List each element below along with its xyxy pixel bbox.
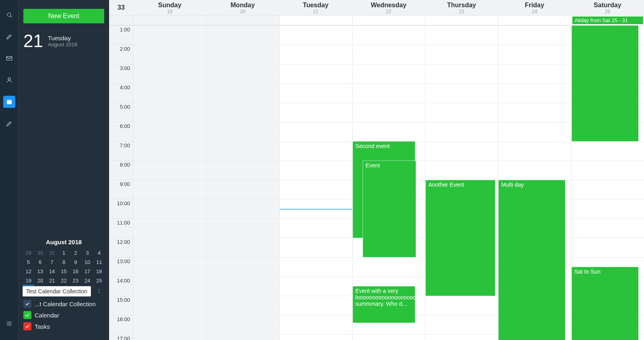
current-month-year: August 2018 xyxy=(48,41,77,47)
calendar-label: ...t Calendar Collection xyxy=(35,301,96,307)
mini-calendar-day[interactable]: 14 xyxy=(46,267,58,276)
checkbox-icon[interactable] xyxy=(23,311,31,319)
allday-cell[interactable] xyxy=(498,16,571,25)
sidebar: New Event 21 Tuesday August 2018 August … xyxy=(19,0,109,340)
calendar-item[interactable]: Calendar xyxy=(23,309,105,321)
edit-icon[interactable] xyxy=(3,31,15,43)
day-column[interactable] xyxy=(279,25,352,340)
calendar-icon[interactable] xyxy=(3,96,15,108)
mini-calendar-day[interactable]: 20 xyxy=(34,276,46,286)
mini-calendar-day[interactable]: 7 xyxy=(46,258,58,266)
calendar-event[interactable]: Sat to Sun xyxy=(572,267,638,340)
week-grid-scroll[interactable]: 1:002:003:004:005:006:007:008:009:0010:0… xyxy=(109,25,644,340)
mini-calendar-day[interactable]: 25 xyxy=(93,276,105,286)
mini-calendar-day[interactable]: 10 xyxy=(81,258,93,266)
checkbox-icon[interactable] xyxy=(23,322,31,330)
allday-event[interactable]: Allday from Sat 25 - 31 xyxy=(572,16,643,24)
svg-rect-1 xyxy=(6,57,12,60)
day-header[interactable]: Monday20 xyxy=(206,0,279,15)
mini-calendar-day[interactable]: 2 xyxy=(70,249,81,257)
mini-calendar-day[interactable]: 9 xyxy=(70,258,81,266)
mini-calendar-day[interactable]: 17 xyxy=(81,267,93,276)
checkbox-icon[interactable] xyxy=(23,300,31,308)
mini-calendar-day[interactable]: 8 xyxy=(58,258,70,266)
week-number: 33 xyxy=(109,0,133,15)
mini-calendar-day[interactable]: 29 xyxy=(23,249,34,257)
calendar-label: Calendar xyxy=(35,312,59,319)
day-header[interactable]: Tuesday21 xyxy=(279,0,352,15)
calendar-event[interactable]: Event xyxy=(363,161,416,257)
calendar-tooltip: Test Calendar Collection xyxy=(23,286,91,297)
day-header[interactable]: Sunday19 xyxy=(133,0,206,15)
new-event-button[interactable]: New Event xyxy=(23,9,104,23)
time-label: 5:00 xyxy=(109,103,133,122)
calendar-item[interactable]: Tasks xyxy=(23,321,105,332)
allday-cell[interactable] xyxy=(206,16,279,25)
time-label: 15:00 xyxy=(109,296,133,315)
mini-calendar-day[interactable]: 31 xyxy=(46,249,58,257)
day-header[interactable]: Friday24 xyxy=(498,0,571,15)
time-label: 2:00 xyxy=(109,45,133,64)
mini-calendar-day[interactable]: 15 xyxy=(58,267,70,276)
svg-rect-4 xyxy=(7,100,12,101)
time-label: 16:00 xyxy=(109,315,133,334)
day-header[interactable]: Thursday23 xyxy=(425,0,498,15)
time-label: 13:00 xyxy=(109,257,133,276)
week-header: 33 Sunday19Monday20Tuesday21Wednesday22T… xyxy=(109,0,644,16)
mini-calendar-day[interactable]: 21 xyxy=(46,276,58,286)
calendar-event[interactable]: Event with a very looooooooooooooooooooo… xyxy=(353,286,415,323)
day-column[interactable]: Second eventEventEvent with a very loooo… xyxy=(352,25,425,340)
mini-calendar-day[interactable]: 12 xyxy=(23,267,34,276)
mini-calendar-day[interactable]: 1 xyxy=(58,249,70,257)
current-weekday: Tuesday xyxy=(48,35,77,41)
mini-calendar-day[interactable]: 4 xyxy=(93,249,105,257)
time-label: 12:00 xyxy=(109,238,133,257)
allday-cell[interactable] xyxy=(425,16,498,25)
allday-cell[interactable] xyxy=(352,16,425,25)
menu-icon[interactable] xyxy=(3,317,15,330)
day-column[interactable] xyxy=(206,25,279,340)
allday-cell[interactable] xyxy=(279,16,352,25)
current-day-number: 21 xyxy=(23,32,43,50)
calendar-event[interactable]: Another Event xyxy=(425,180,495,296)
mini-calendar-day[interactable]: 16 xyxy=(70,267,81,276)
day-column[interactable]: Another Event xyxy=(425,25,498,340)
mini-calendar-day[interactable]: 19 xyxy=(23,276,34,286)
time-label: 8:00 xyxy=(109,161,133,180)
mini-calendar-day[interactable]: 23 xyxy=(70,276,81,286)
mini-calendar-day[interactable]: 3 xyxy=(81,249,93,257)
day-header[interactable]: Wednesday22 xyxy=(352,0,425,15)
allday-cell[interactable]: Allday from Sat 25 - 31 xyxy=(571,16,644,25)
mini-calendar-day[interactable]: 24 xyxy=(81,276,93,286)
mini-calendar-day[interactable]: 13 xyxy=(34,267,46,276)
svg-point-2 xyxy=(8,78,10,80)
time-label: 17:00 xyxy=(109,334,133,340)
allday-cell[interactable] xyxy=(133,16,206,25)
calendar-event[interactable] xyxy=(572,25,638,141)
notes-icon[interactable] xyxy=(3,117,15,130)
mini-calendar-day[interactable]: 18 xyxy=(93,267,105,276)
time-label: 14:00 xyxy=(109,276,133,296)
mini-calendar-day[interactable]: 5 xyxy=(23,258,34,266)
mini-calendar-day[interactable]: 22 xyxy=(58,276,70,286)
day-column[interactable] xyxy=(133,25,206,340)
day-header[interactable]: Saturday25 xyxy=(571,0,644,15)
time-label: 3:00 xyxy=(109,64,133,83)
contacts-icon[interactable] xyxy=(3,74,15,86)
mini-calendar-title: August 2018 xyxy=(46,239,82,245)
mail-icon[interactable] xyxy=(3,52,15,64)
mini-calendar-day[interactable]: 6 xyxy=(34,258,46,266)
calendar-event[interactable]: Multi day xyxy=(498,180,565,340)
week-view: 33 Sunday19Monday20Tuesday21Wednesday22T… xyxy=(109,0,644,340)
search-icon[interactable] xyxy=(3,9,15,21)
mini-calendar-day[interactable]: 1 xyxy=(93,286,105,295)
mini-calendar-day[interactable]: 30 xyxy=(34,249,46,257)
now-indicator xyxy=(280,209,352,210)
time-label: 11:00 xyxy=(109,218,133,238)
day-column[interactable]: Sat to Sun xyxy=(571,25,644,340)
calendar-item[interactable]: ...t Calendar Collection xyxy=(23,298,105,309)
current-date-block: 21 Tuesday August 2018 xyxy=(19,31,109,55)
mini-calendar-day[interactable]: 11 xyxy=(93,258,105,266)
day-column[interactable]: Multi day xyxy=(498,25,571,340)
time-label: 10:00 xyxy=(109,199,133,218)
